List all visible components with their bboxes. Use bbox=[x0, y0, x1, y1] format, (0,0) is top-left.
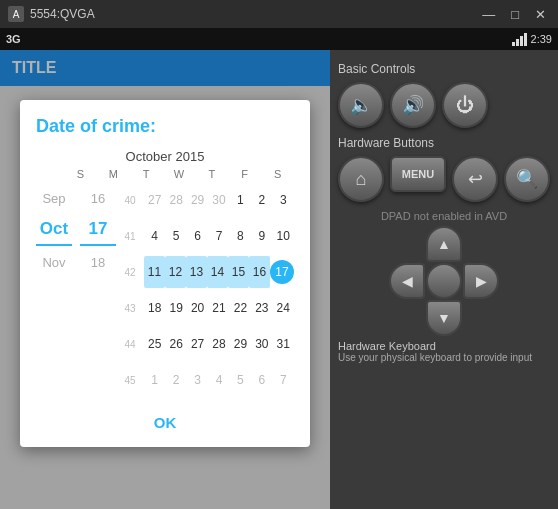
dpad[interactable]: ▲ ◀ ▶ ▼ bbox=[389, 226, 499, 336]
minimize-button[interactable]: — bbox=[478, 7, 499, 22]
cal-day[interactable]: 22 bbox=[230, 292, 251, 324]
day-next[interactable]: 18 bbox=[80, 246, 116, 278]
basic-controls-row[interactable]: 🔈 🔊 ⏻ bbox=[338, 82, 550, 128]
network-indicator: 3G bbox=[6, 33, 21, 45]
window-title: 5554:QVGA bbox=[30, 7, 95, 21]
cal-day[interactable]: 28 bbox=[208, 328, 229, 360]
menu-button[interactable]: MENU bbox=[390, 156, 446, 192]
back-button[interactable]: ↩ bbox=[452, 156, 498, 202]
cal-day[interactable]: 24 bbox=[273, 292, 294, 324]
cal-day[interactable]: 27 bbox=[187, 328, 208, 360]
weekday-mon: M bbox=[97, 166, 130, 182]
cal-day[interactable]: 19 bbox=[165, 292, 186, 324]
basic-controls-label: Basic Controls bbox=[338, 62, 550, 76]
weekday-thu: T bbox=[195, 166, 228, 182]
week-num-41: 41 bbox=[116, 231, 144, 242]
cal-day[interactable]: 21 bbox=[208, 292, 229, 324]
cal-day[interactable]: 11 bbox=[144, 256, 165, 288]
back-icon: ↩ bbox=[468, 168, 483, 190]
cal-day[interactable]: 23 bbox=[251, 292, 272, 324]
day-current[interactable]: 17 bbox=[80, 214, 116, 246]
cal-day[interactable]: 9 bbox=[251, 220, 272, 252]
volume-up-button[interactable]: 🔊 bbox=[390, 82, 436, 128]
cal-day[interactable]: 4 bbox=[208, 364, 229, 396]
cal-day[interactable]: 16 bbox=[249, 256, 270, 288]
cal-day[interactable]: 5 bbox=[165, 220, 186, 252]
cal-day[interactable]: 20 bbox=[187, 292, 208, 324]
week-num-43: 43 bbox=[116, 303, 144, 314]
week-num-42: 42 bbox=[116, 267, 144, 278]
cal-day[interactable]: 3 bbox=[187, 364, 208, 396]
volume-down-button[interactable]: 🔈 bbox=[338, 82, 384, 128]
cal-day[interactable]: 15 bbox=[228, 256, 249, 288]
android-screen: TITLE Date of crime: October 2015 S M T bbox=[0, 50, 330, 509]
cal-day[interactable]: 27 bbox=[144, 184, 165, 216]
dpad-up-button[interactable]: ▲ bbox=[426, 226, 462, 262]
window-controls[interactable]: — □ ✕ bbox=[478, 7, 550, 22]
weekday-sat: S bbox=[261, 166, 294, 182]
cal-day-today[interactable]: 17 bbox=[270, 256, 294, 288]
calendar-week-45: 45 1 2 3 4 5 6 7 bbox=[116, 362, 294, 398]
month-scroll[interactable]: Sep Oct Nov bbox=[36, 182, 72, 278]
home-button[interactable]: ⌂ bbox=[338, 156, 384, 202]
weekday-tue: T bbox=[130, 166, 163, 182]
cal-day[interactable]: 14 bbox=[207, 256, 228, 288]
search-button[interactable]: 🔍 bbox=[504, 156, 550, 202]
cal-day[interactable]: 25 bbox=[144, 328, 165, 360]
right-panel: Basic Controls 🔈 🔊 ⏻ Hardware Buttons ⌂ … bbox=[330, 50, 558, 509]
ok-button[interactable]: OK bbox=[130, 406, 201, 439]
dpad-center-button[interactable] bbox=[426, 263, 462, 299]
close-button[interactable]: ✕ bbox=[531, 7, 550, 22]
cal-day[interactable]: 8 bbox=[230, 220, 251, 252]
app-icon: A bbox=[8, 6, 24, 22]
volume-up-icon: 🔊 bbox=[402, 94, 424, 116]
cal-day[interactable]: 30 bbox=[208, 184, 229, 216]
search-icon: 🔍 bbox=[516, 168, 538, 190]
cal-day[interactable]: 6 bbox=[251, 364, 272, 396]
month-prev[interactable]: Sep bbox=[36, 182, 72, 214]
cal-day[interactable]: 13 bbox=[186, 256, 207, 288]
day-scroll[interactable]: 16 17 18 bbox=[80, 182, 116, 278]
dpad-right-button[interactable]: ▶ bbox=[463, 263, 499, 299]
cal-day[interactable]: 3 bbox=[273, 184, 294, 216]
status-bar: 3G 2:39 bbox=[0, 28, 558, 50]
dpad-down-button[interactable]: ▼ bbox=[426, 300, 462, 336]
hardware-keyboard-hint: Use your physical keyboard to provide in… bbox=[338, 352, 550, 363]
week-num-40: 40 bbox=[116, 195, 144, 206]
cal-day[interactable]: 18 bbox=[144, 292, 165, 324]
cal-day[interactable]: 31 bbox=[273, 328, 294, 360]
cal-day[interactable]: 1 bbox=[144, 364, 165, 396]
cal-day[interactable]: 12 bbox=[165, 256, 186, 288]
cal-day[interactable]: 4 bbox=[144, 220, 165, 252]
hardware-buttons-row[interactable]: ⌂ MENU ↩ 🔍 bbox=[338, 156, 550, 202]
dpad-left-button[interactable]: ◀ bbox=[389, 263, 425, 299]
cal-day[interactable]: 2 bbox=[165, 364, 186, 396]
cal-day[interactable]: 26 bbox=[165, 328, 186, 360]
date-picker-dialog: Date of crime: October 2015 S M T W T F bbox=[20, 100, 310, 447]
calendar-grid[interactable]: 40 27 28 29 30 1 2 3 bbox=[116, 182, 294, 398]
cal-day[interactable]: 29 bbox=[187, 184, 208, 216]
cal-day[interactable]: 30 bbox=[251, 328, 272, 360]
calendar-week-41: 41 4 5 6 7 8 9 10 bbox=[116, 218, 294, 254]
day-prev[interactable]: 16 bbox=[80, 182, 116, 214]
month-current[interactable]: Oct bbox=[36, 214, 72, 246]
cal-day[interactable]: 28 bbox=[165, 184, 186, 216]
calendar-week-43: 43 18 19 20 21 22 23 24 bbox=[116, 290, 294, 326]
title-bar: A 5554:QVGA — □ ✕ bbox=[0, 0, 558, 28]
month-next[interactable]: Nov bbox=[36, 246, 72, 278]
home-icon: ⌂ bbox=[356, 169, 367, 190]
cal-day[interactable]: 1 bbox=[230, 184, 251, 216]
cal-day[interactable]: 2 bbox=[251, 184, 272, 216]
power-button[interactable]: ⏻ bbox=[442, 82, 488, 128]
hardware-buttons-label: Hardware Buttons bbox=[338, 136, 550, 150]
cal-day[interactable]: 7 bbox=[273, 364, 294, 396]
cal-day[interactable]: 7 bbox=[208, 220, 229, 252]
volume-down-icon: 🔈 bbox=[350, 94, 372, 116]
date-scroll-panel[interactable]: Sep Oct Nov 16 17 18 bbox=[36, 182, 116, 278]
cal-day[interactable]: 5 bbox=[230, 364, 251, 396]
cal-day[interactable]: 29 bbox=[230, 328, 251, 360]
cal-day[interactable]: 6 bbox=[187, 220, 208, 252]
dialog-title: Date of crime: bbox=[36, 116, 294, 137]
maximize-button[interactable]: □ bbox=[507, 7, 523, 22]
cal-day[interactable]: 10 bbox=[273, 220, 294, 252]
